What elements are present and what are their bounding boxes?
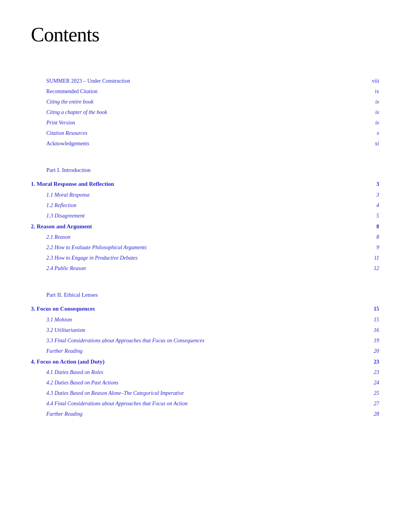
toc-entry-s2-4[interactable]: 2.4 Public Reason 12 [46,264,379,272]
toc-entry-s2-1[interactable]: 2.1 Reason 8 [46,233,379,241]
toc-entry-s3-fr[interactable]: Further Reading 20 [46,347,379,355]
toc-label: 3.3 Final Considerations about Approache… [46,337,368,345]
toc-page: ix [368,119,379,127]
toc-entry-s1-1[interactable]: 1.1 Moral Response 3 [46,191,379,199]
toc-label: 2.2 How to Evaluate Philosophical Argume… [46,243,368,252]
toc-entry-s3-3[interactable]: 3.3 Final Considerations about Approache… [46,337,379,345]
toc-page: 15 [368,316,379,324]
toc-entry-s3-1[interactable]: 3.1 Mohism 15 [46,316,379,324]
toc-page: x [368,129,379,137]
toc-page: 3 [368,191,379,199]
toc-entry-ch1[interactable]: 1. Moral Response and Reflection 3 [31,180,379,189]
toc-entry-s3-2[interactable]: 3.2 Utilitarianism 16 [46,326,379,334]
toc-label: 4.2 Duties Based on Past Actions [46,379,368,387]
front-matter-section: SUMMER 2023 – Under Construction viii Re… [31,77,379,148]
toc-entry-s4-4[interactable]: 4.4 Final Considerations about Approache… [46,399,379,408]
toc-label: 1.2 Reflection [46,201,368,209]
part-2-header[interactable]: Part II. Ethical Lenses [46,292,379,298]
toc-entry-s2-3[interactable]: 2.3 How to Engage in Productive Debates … [46,254,379,262]
part-1-header[interactable]: Part I. Introduction [46,167,379,173]
toc-page: 20 [368,347,379,355]
toc-label: 4. Focus on Action (and Duty) [31,357,368,366]
toc-label: SUMMER 2023 – Under Construction [46,77,368,85]
toc-page: ix [368,98,379,106]
toc-label: Citing the entire book [46,98,368,106]
toc-label: 4.1 Duties Based on Roles [46,368,368,376]
toc-page: 24 [368,379,379,387]
toc-entry-print[interactable]: Print Version ix [46,119,379,127]
toc-entry-s1-2[interactable]: 1.2 Reflection 4 [46,201,379,209]
toc-entry-citation-resources[interactable]: Citation Resources x [46,129,379,137]
toc-entry-citing-book[interactable]: Citing the entire book ix [46,98,379,106]
toc-label: Further Reading [46,410,368,418]
toc-page: 25 [368,389,379,397]
toc-page: 5 [368,212,379,220]
toc-label: 2.3 How to Engage in Productive Debates [46,254,368,262]
toc-entry-s4-1[interactable]: 4.1 Duties Based on Roles 23 [46,368,379,376]
toc-label: 2.4 Public Reason [46,264,368,272]
toc-page: 19 [368,337,379,345]
toc-entry-recommended[interactable]: Recommended Citation ix [46,87,379,95]
toc-entry-s1-3[interactable]: 1.3 Disagreement 5 [46,212,379,220]
part-1-section: Part I. Introduction 1. Moral Response a… [31,167,379,272]
toc-entry-s4-fr[interactable]: Further Reading 28 [46,410,379,418]
toc-entry-ch4[interactable]: 4. Focus on Action (and Duty) 23 [31,357,379,366]
toc-label: Recommended Citation [46,87,368,95]
toc-label: 2. Reason and Argument [31,222,368,231]
toc-page: 12 [368,264,379,272]
toc-label: 3. Focus on Consequences [31,304,368,313]
toc-page: ix [368,108,379,116]
toc-label: Print Version [46,119,368,127]
toc-label: Further Reading [46,347,368,355]
part-2-label: Part II. Ethical Lenses [46,292,98,298]
toc-page: xi [368,139,379,148]
toc-label: Citing a chapter of the book [46,108,368,116]
toc-label: 4.3 Duties Based on Reason Alone–The Cat… [46,389,368,397]
toc-label: Citation Resources [46,129,368,137]
toc-page: 8 [368,223,379,231]
toc-page: 23 [368,358,379,366]
toc-entry-citing-chapter[interactable]: Citing a chapter of the book ix [46,108,379,116]
toc-entry-acknowledgements[interactable]: Acknowledgements xi [46,139,379,148]
toc-label: 1.1 Moral Response [46,191,368,199]
toc-label: 2.1 Reason [46,233,368,241]
toc-label: 3.2 Utilitarianism [46,326,368,334]
page-title: Contents [31,23,379,46]
toc-page: 27 [368,399,379,408]
toc-page: 3 [368,180,379,188]
toc-page: 15 [368,305,379,313]
toc-page: 11 [368,254,379,262]
toc-page: 28 [368,410,379,418]
part-2-section: Part II. Ethical Lenses 3. Focus on Cons… [31,292,379,418]
toc-entry-summer[interactable]: SUMMER 2023 – Under Construction viii [46,77,379,85]
toc-page: 8 [368,233,379,241]
toc-page: 23 [368,368,379,376]
toc-label: Acknowledgements [46,139,368,148]
toc-entry-ch3[interactable]: 3. Focus on Consequences 15 [31,304,379,313]
toc-page: ix [368,87,379,95]
part-1-label: Part I. Introduction [46,167,91,173]
toc-page: 16 [368,326,379,334]
toc-entry-ch2[interactable]: 2. Reason and Argument 8 [31,222,379,231]
toc-page: viii [368,77,379,85]
toc-label: 1.3 Disagreement [46,212,368,220]
toc-entry-s4-3[interactable]: 4.3 Duties Based on Reason Alone–The Cat… [46,389,379,397]
toc-entry-s2-2[interactable]: 2.2 How to Evaluate Philosophical Argume… [46,243,379,252]
toc-page: 4 [368,201,379,209]
toc-label: 1. Moral Response and Reflection [31,180,368,189]
toc-label: 4.4 Final Considerations about Approache… [46,399,368,408]
toc-entry-s4-2[interactable]: 4.2 Duties Based on Past Actions 24 [46,379,379,387]
toc-label: 3.1 Mohism [46,316,368,324]
toc-page: 9 [368,243,379,252]
